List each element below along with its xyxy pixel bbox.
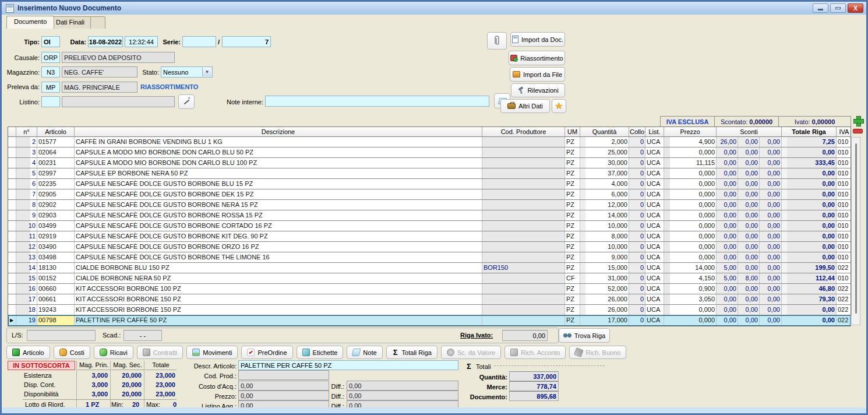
cell-sconto1[interactable]: 0,00 (717, 294, 738, 304)
cell-n[interactable]: 3 (16, 147, 37, 157)
import-da-doc-button[interactable]: Import da Doc. (510, 32, 565, 47)
cell-collo[interactable]: 0 (629, 273, 645, 283)
cell-n[interactable]: 19 (16, 315, 37, 326)
descr-articolo-field[interactable]: PALETTINE PER CAFFÈ 50 PZ (238, 360, 458, 370)
cell-cod_produttore[interactable] (482, 221, 565, 231)
header-quantita[interactable]: Quantità (580, 127, 629, 136)
cell-collo[interactable]: 0 (629, 315, 645, 326)
cell-n[interactable]: 18 (16, 305, 37, 315)
import-da-file-button[interactable]: Import da File (510, 67, 565, 82)
cell-quantita[interactable]: 10,000 (580, 242, 629, 252)
cell-collo[interactable]: 0 (629, 284, 645, 294)
cell-cod_produttore[interactable] (482, 158, 565, 168)
cell-descrizione[interactable]: CAPSULE NESCAFÈ DOLCE GUSTO BORBONE ROSS… (75, 210, 482, 220)
cell-cod_produttore[interactable] (482, 179, 565, 189)
cell-gutter[interactable] (8, 158, 16, 168)
cell-totale[interactable]: 0,00 (782, 210, 837, 220)
cell-gutter[interactable] (8, 179, 16, 189)
cell-cod_produttore[interactable] (482, 189, 565, 199)
cell-articolo[interactable]: 02902 (37, 200, 75, 210)
cell-prezzo[interactable]: 14,000 (664, 263, 717, 273)
cell-list[interactable]: UCA (645, 179, 664, 189)
cell-gutter[interactable] (8, 210, 16, 220)
cell-totale[interactable]: 333,45 (782, 158, 837, 168)
cell-collo[interactable]: 0 (629, 147, 645, 157)
cell-cod_produttore[interactable] (482, 168, 565, 178)
cell-sconto2[interactable]: 8,00 (738, 273, 760, 283)
table-row[interactable]: 1303498CAPSULE NESCAFÈ DOLCE GUSTO BORBO… (8, 252, 851, 263)
cell-sconto2[interactable]: 0,00 (738, 242, 760, 252)
table-row[interactable]: 1500152CIALDE BORBONE NERA 50 PZCF31,000… (8, 273, 851, 284)
cell-cod_produttore[interactable] (482, 315, 565, 326)
cell-n[interactable]: 11 (16, 231, 37, 241)
table-row[interactable]: 302064CAPSULE A MODO MIO BORBONE DON CAR… (8, 147, 851, 158)
cell-um[interactable]: PZ (565, 315, 580, 326)
cell-list[interactable]: UCA (645, 263, 664, 273)
cell-prezzo[interactable]: 0,000 (664, 242, 717, 252)
cell-articolo[interactable]: 02997 (37, 168, 75, 178)
cell-um[interactable]: PZ (565, 284, 580, 294)
cell-prezzo[interactable]: 0,000 (664, 147, 717, 157)
listino-code-field[interactable] (41, 96, 60, 107)
cell-prezzo[interactable]: 0,000 (664, 231, 717, 241)
header-descrizione[interactable]: Descrizione (75, 127, 482, 136)
cell-gutter[interactable] (8, 231, 16, 241)
remove-row-button[interactable] (853, 129, 863, 133)
cell-n[interactable]: 4 (16, 158, 37, 168)
table-row[interactable]: ▶1900798PALETTINE PER CAFFÈ 50 PZPZ17,00… (8, 315, 851, 326)
cell-n[interactable]: 2 (16, 137, 37, 147)
cell-totale[interactable]: 0,00 (782, 147, 837, 157)
cell-descrizione[interactable]: KIT ACCESSORI BORBONE 100 PZ (75, 284, 482, 294)
add-row-button[interactable] (853, 115, 863, 126)
cell-gutter[interactable] (8, 294, 16, 304)
cell-totale[interactable]: 0,00 (782, 221, 837, 231)
cell-iva[interactable]: 010 (837, 221, 852, 231)
cell-quantita[interactable]: 6,000 (580, 189, 629, 199)
cell-totale[interactable]: 0,00 (782, 189, 837, 199)
cell-n[interactable]: 15 (16, 273, 37, 283)
cell-quantita[interactable]: 14,000 (580, 210, 629, 220)
cell-collo[interactable]: 0 (629, 179, 645, 189)
cell-prezzo[interactable]: 0,000 (664, 210, 717, 220)
cell-prezzo[interactable]: 0,000 (664, 221, 717, 231)
cell-list[interactable]: UCA (645, 200, 664, 210)
cell-sconto1[interactable]: 0,00 (717, 221, 738, 231)
cell-prezzo[interactable]: 11,115 (664, 158, 717, 168)
cell-collo[interactable]: 0 (629, 158, 645, 168)
header-um[interactable]: UM (565, 127, 580, 136)
cell-iva[interactable]: 022 (837, 305, 852, 315)
trova-riga-button[interactable]: Trova Riga (559, 328, 610, 343)
header-prezzo[interactable]: Prezzo (664, 127, 717, 136)
cell-descrizione[interactable]: CAPSULE NESCAFÈ DOLCE GUSTO BORBONE THE … (75, 252, 482, 262)
cell-iva[interactable]: 022 (837, 294, 852, 304)
detail-tab-costi[interactable]: Costi (54, 346, 90, 359)
cell-descrizione[interactable]: KIT ACCESSORI BORBONE 150 PZ (75, 305, 482, 315)
cell-articolo[interactable]: 02064 (37, 147, 75, 157)
cell-gutter[interactable] (8, 147, 16, 157)
data-field[interactable]: 18-08-2022 (88, 36, 123, 47)
cell-n[interactable]: 9 (16, 210, 37, 220)
cell-collo[interactable]: 0 (629, 294, 645, 304)
cell-descrizione[interactable]: CAPSULE NESCAFÈ DOLCE GUSTO BORBONE KIT … (75, 231, 482, 241)
cell-um[interactable]: PZ (565, 158, 580, 168)
cell-sconto2[interactable]: 0,00 (738, 315, 760, 326)
causale-code-field[interactable]: ORP (41, 52, 60, 63)
cell-prezzo[interactable]: 0,000 (664, 179, 717, 189)
cell-sconto1[interactable]: 5,00 (717, 263, 738, 273)
cell-list[interactable]: UCA (645, 252, 664, 262)
cell-descrizione[interactable]: KIT ACCESSORI BORBONE 150 PZ (75, 294, 482, 304)
cell-collo[interactable]: 0 (629, 242, 645, 252)
cell-quantita[interactable]: 26,000 (580, 294, 629, 304)
detail-tab-articolo[interactable]: Articolo (6, 346, 50, 359)
cell-cod_produttore[interactable] (482, 210, 565, 220)
header-list[interactable]: List. (645, 127, 664, 136)
cell-totale[interactable]: 0,00 (782, 231, 837, 241)
cell-quantita[interactable]: 10,000 (580, 221, 629, 231)
cell-gutter[interactable] (8, 200, 16, 210)
cell-um[interactable]: PZ (565, 137, 580, 147)
cell-quantita[interactable]: 30,000 (580, 158, 629, 168)
cell-descrizione[interactable]: CIALDE BORBONE NERA 50 PZ (75, 273, 482, 283)
cell-sconto3[interactable]: 0,00 (760, 168, 782, 178)
cell-sconto2[interactable]: 0,00 (738, 158, 760, 168)
cell-prezzo[interactable]: 0,000 (664, 315, 717, 326)
